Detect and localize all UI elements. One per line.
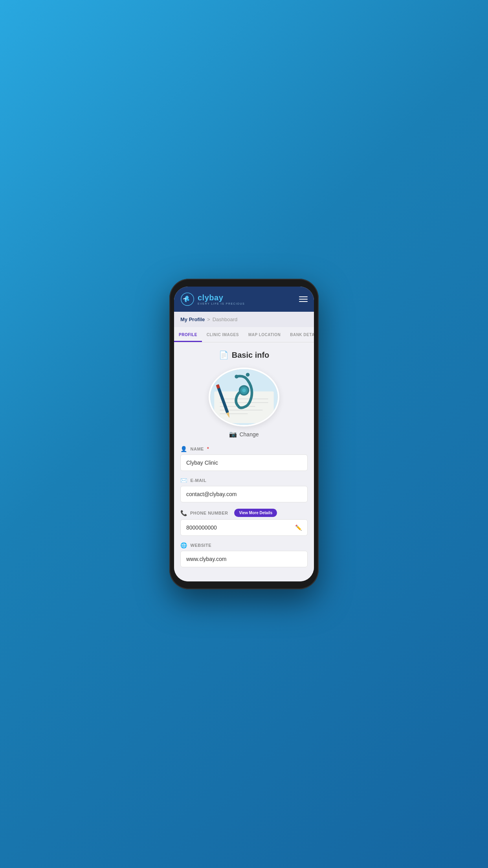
- name-label: 👤 NAME *: [180, 446, 308, 452]
- globe-icon: 🌐: [180, 542, 187, 548]
- phone-icon: 📞: [180, 510, 187, 516]
- website-input[interactable]: www.clybay.com: [180, 551, 308, 567]
- avatar-container: 📷 Change: [180, 368, 308, 438]
- name-input[interactable]: Clybay Clinic: [180, 454, 308, 471]
- phone-label: PHONE NUMBER: [190, 511, 228, 515]
- phone-input[interactable]: 8000000000 ✏️: [180, 519, 308, 536]
- content-area: 📄 Basic info: [174, 342, 314, 581]
- svg-point-16: [246, 373, 250, 376]
- phone-field: 📞 PHONE NUMBER View More Details 8000000…: [180, 509, 308, 536]
- name-field: 👤 NAME * Clybay Clinic: [180, 446, 308, 471]
- phone-frame: clybay EVERY LIFE IS PRECIOUS My Profile…: [169, 279, 319, 589]
- breadcrumb-separator: >: [207, 316, 210, 322]
- view-more-button[interactable]: View More Details: [234, 509, 277, 517]
- tab-clinic-images[interactable]: CLINIC IMAGES: [202, 327, 244, 342]
- breadcrumb-current: My Profile: [180, 316, 205, 322]
- email-label: ✉️ E-MAIL: [180, 477, 308, 484]
- required-indicator: *: [207, 446, 209, 452]
- svg-point-1: [187, 299, 189, 301]
- person-icon: 👤: [180, 446, 187, 452]
- app-logo-icon: [180, 292, 194, 306]
- website-field: 🌐 WEBSITE www.clybay.com: [180, 542, 308, 567]
- phone-label-row: 📞 PHONE NUMBER View More Details: [180, 509, 308, 517]
- logo-container: clybay EVERY LIFE IS PRECIOUS: [180, 292, 245, 306]
- change-photo-label: Change: [239, 431, 259, 438]
- profile-image: [210, 369, 278, 425]
- change-photo-button[interactable]: 📷 Change: [229, 430, 259, 438]
- app-name: clybay: [198, 294, 245, 302]
- website-label: 🌐 WEBSITE: [180, 542, 308, 548]
- breadcrumb-link[interactable]: Dashboard: [213, 316, 238, 322]
- app-header: clybay EVERY LIFE IS PRECIOUS: [174, 287, 314, 312]
- email-field: ✉️ E-MAIL contact@clybay.com: [180, 477, 308, 502]
- phone-screen: clybay EVERY LIFE IS PRECIOUS My Profile…: [174, 287, 314, 581]
- breadcrumb: My Profile > Dashboard: [174, 312, 314, 327]
- email-input[interactable]: contact@clybay.com: [180, 486, 308, 502]
- svg-point-14: [242, 388, 246, 392]
- hamburger-menu[interactable]: [299, 296, 308, 302]
- tab-map-location[interactable]: MAP LOCATION: [244, 327, 285, 342]
- avatar-circle: [209, 368, 279, 427]
- email-icon: ✉️: [180, 477, 187, 484]
- tabs-container: PROFILE CLINIC IMAGES MAP LOCATION BANK …: [174, 327, 314, 342]
- camera-icon: 📷: [229, 430, 237, 438]
- tab-bank-details[interactable]: BANK DETAILS: [285, 327, 314, 342]
- tab-profile[interactable]: PROFILE: [174, 327, 202, 342]
- app-tagline: EVERY LIFE IS PRECIOUS: [198, 302, 245, 305]
- edit-icon[interactable]: ✏️: [295, 524, 302, 531]
- logo-text: clybay EVERY LIFE IS PRECIOUS: [198, 294, 245, 305]
- document-icon: 📄: [219, 350, 229, 360]
- section-title: 📄 Basic info: [180, 350, 308, 360]
- svg-point-15: [235, 375, 238, 378]
- section-title-text: Basic info: [232, 351, 270, 360]
